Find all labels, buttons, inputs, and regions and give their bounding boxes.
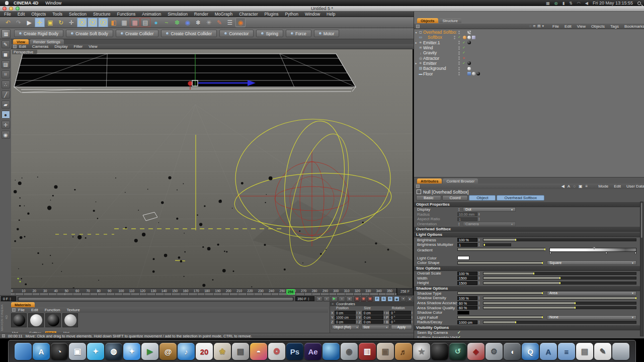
enable-axis[interactable]: ✛ xyxy=(2,121,10,129)
points-mode[interactable]: ∴ xyxy=(2,80,10,88)
attributes-menu-item[interactable]: User Data xyxy=(626,184,644,189)
expand-arrow-icon[interactable] xyxy=(414,31,418,34)
size-field[interactable]: 0 cm xyxy=(362,315,383,319)
material-preview[interactable] xyxy=(28,313,44,327)
attribute-slider[interactable] xyxy=(457,292,543,295)
spinner-icon[interactable]: ▴▾ xyxy=(478,277,482,280)
orange-ball-tag-icon[interactable] xyxy=(463,36,466,39)
menubar-item-window[interactable]: Window xyxy=(45,1,61,6)
spinner-icon[interactable]: ▴▾ xyxy=(478,301,482,305)
filter-icon[interactable]: ≋ xyxy=(533,24,536,28)
add-primitive[interactable]: ● xyxy=(151,18,161,27)
safari[interactable]: ✦ xyxy=(123,343,140,360)
object-name[interactable]: Attractor xyxy=(423,56,456,61)
app-menu-item[interactable]: Help xyxy=(327,12,335,17)
keyframe-selection[interactable]: ◆ xyxy=(367,296,373,302)
sync-icon[interactable]: ◍ xyxy=(554,1,558,6)
app-menu-item[interactable]: Plugins xyxy=(265,12,279,17)
image-capture[interactable]: ▣ xyxy=(377,343,394,360)
menubar-clock[interactable]: Fri 20 May 13:15:55 xyxy=(593,1,633,6)
objects-panel-tab[interactable]: Structure xyxy=(439,18,461,23)
render-picture-viewer[interactable]: ▦ xyxy=(130,18,140,27)
object-tags[interactable] xyxy=(466,41,497,44)
attribute-slider[interactable] xyxy=(483,302,636,305)
compositing-tag-icon[interactable] xyxy=(467,72,471,75)
spinner-icon[interactable]: ▴▾ xyxy=(478,306,482,310)
visibility-dots[interactable] xyxy=(456,56,461,60)
panel-icon[interactable] xyxy=(13,45,17,48)
app-menu-item[interactable]: Render xyxy=(194,12,208,17)
spinner-icon[interactable]: ▴▾ xyxy=(478,272,482,275)
autokey[interactable]: ◆ xyxy=(361,296,366,302)
lock-icon[interactable]: ▣ xyxy=(579,184,583,189)
rotation-field[interactable]: 0 ° xyxy=(389,311,411,315)
finder[interactable] xyxy=(15,343,32,360)
final-cut[interactable]: ▤ xyxy=(232,343,249,360)
section-header[interactable]: Object Properties xyxy=(414,202,640,207)
size-field[interactable]: 0 cm xyxy=(362,311,383,315)
materials-menu-item[interactable]: File xyxy=(18,308,25,312)
viewport-menu-item[interactable]: Cameras xyxy=(32,44,48,49)
enable-check-icon[interactable] xyxy=(461,51,466,55)
play[interactable]: ▶ xyxy=(331,296,338,302)
key-pla[interactable]: ▪ xyxy=(400,296,406,302)
spinner-icon[interactable]: ▴▾ xyxy=(478,217,482,221)
lock-x-axis[interactable]: X xyxy=(77,18,87,27)
layout-icon[interactable]: ▦ xyxy=(2,29,11,38)
object-tree-row[interactable]: Floor xyxy=(414,71,644,76)
rotate-tool[interactable]: ↻ xyxy=(56,18,66,27)
object-tree-row[interactable]: Attractor xyxy=(414,55,644,60)
phong-tag-icon[interactable] xyxy=(472,36,475,39)
material-preview[interactable] xyxy=(45,313,61,327)
app-menu-item[interactable]: Tools xyxy=(52,12,62,17)
back-icon[interactable]: ◀ xyxy=(561,184,565,189)
gray-ball-tag-icon[interactable] xyxy=(472,72,475,75)
quicktime[interactable]: Q xyxy=(522,343,539,360)
dynamics-button[interactable]: Force xyxy=(286,30,311,37)
attribute-value-field[interactable]: 1 xyxy=(457,243,477,247)
app-menu-item[interactable]: Structure xyxy=(93,12,111,17)
objects-menu-item[interactable]: Tags xyxy=(610,24,619,29)
colorsync[interactable]: ❂ xyxy=(268,343,285,360)
twitter[interactable]: ✦ xyxy=(87,343,104,360)
move-tool[interactable]: ✛ xyxy=(35,18,45,27)
object-name[interactable]: Softbox xyxy=(423,35,452,40)
visibility-dots[interactable] xyxy=(456,72,461,75)
section-header[interactable]: Overhead Softbox xyxy=(414,227,640,232)
next-frame[interactable]: › xyxy=(339,296,345,302)
lock-y-axis[interactable]: Y xyxy=(88,18,98,27)
key-rotation[interactable]: R xyxy=(387,296,393,302)
section-header[interactable]: Light Options xyxy=(414,232,640,237)
position-field[interactable]: 0 cm xyxy=(335,311,356,315)
attribute-slider[interactable] xyxy=(483,306,636,309)
panel-icon[interactable] xyxy=(416,185,420,188)
dynamics-button[interactable]: Create Soft Body xyxy=(66,30,113,37)
spotlight-icon[interactable] xyxy=(637,2,641,5)
enable-check-icon[interactable] xyxy=(457,35,462,39)
app-menu-item[interactable]: Character xyxy=(239,12,258,17)
object-tree-row[interactable]: Overhead Softbox xyxy=(414,30,644,35)
attribute-slider[interactable] xyxy=(483,272,636,275)
app-menu-item[interactable]: MoGraph xyxy=(215,12,232,17)
attribute-slider[interactable] xyxy=(457,261,543,264)
object-tags[interactable] xyxy=(466,67,497,70)
key-parameter[interactable]: ◉ xyxy=(394,296,399,302)
object-tags[interactable] xyxy=(466,72,497,75)
battery-icon[interactable]: ▮ xyxy=(562,1,565,6)
add-deformer[interactable]: ◉ xyxy=(183,18,193,27)
enable-check-icon[interactable] xyxy=(461,61,466,65)
object-name[interactable]: Emitter xyxy=(423,61,456,66)
attribute-tab-button[interactable]: Basic xyxy=(416,195,441,201)
rotation-field[interactable]: 0 ° xyxy=(389,315,411,319)
imovie[interactable]: ★ xyxy=(413,343,430,360)
attribute-slider[interactable] xyxy=(483,243,511,246)
spinner-icon[interactable]: ▴▾ xyxy=(478,296,482,300)
search-icon[interactable]: ◌ xyxy=(573,184,576,189)
playback-options[interactable]: ▾ xyxy=(407,296,413,302)
attribute-dropdown[interactable]: None▼ xyxy=(547,315,636,320)
undo[interactable]: ↶ xyxy=(3,18,13,27)
size-field[interactable]: 0 cm xyxy=(362,320,383,324)
black-ball-tag-icon[interactable] xyxy=(467,61,471,65)
window-titlebar[interactable]: Untitled 5 * xyxy=(0,6,644,12)
xpresso-tag-icon[interactable] xyxy=(467,31,471,34)
